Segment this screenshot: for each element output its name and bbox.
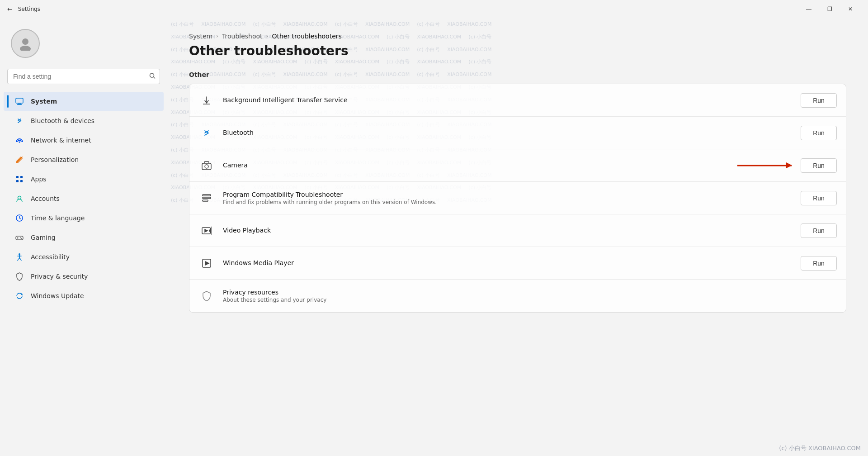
svg-rect-15 [16,236,23,240]
sidebar-label-bluetooth: Bluetooth & devices [31,117,155,124]
page-title: Other troubleshooters [189,43,846,58]
sidebar-item-accounts[interactable]: Accounts [4,189,164,208]
item-name-bits: Background Intelligent Transfer Service [223,96,793,104]
breadcrumb-current: Other troubleshooters [272,33,341,40]
sidebar-label-update: Windows Update [31,292,155,299]
sidebar-label-accessibility: Accessibility [31,253,155,261]
sidebar-item-system[interactable]: System [4,92,164,111]
accessibility-icon [14,252,24,262]
breadcrumb-troubleshoot[interactable]: Troubleshoot [222,33,263,40]
item-icon-bits [198,92,215,109]
troubleshooter-item-windows-media: Windows Media Player Run [189,247,846,280]
troubleshooter-item-bits: Background Intelligent Transfer Service … [189,84,846,117]
item-text-windows-media: Windows Media Player [223,259,793,267]
sidebar-label-personalization: Personalization [31,156,155,163]
maximize-button[interactable]: ❐ [819,2,840,16]
section-label: Other [189,71,846,78]
close-button[interactable]: ✕ [840,2,861,16]
item-text-program-compat: Program Compatibility Troubleshooter Fin… [223,191,793,205]
sidebar-label-accounts: Accounts [31,195,155,202]
apps-icon [14,174,24,184]
sidebar-label-time: Time & language [31,214,155,222]
window-title: Settings [18,6,40,12]
navigation: System Bluetooth & devices Network & int… [0,91,167,306]
item-name-windows-media: Windows Media Player [223,259,793,266]
titlebar: ← Settings — ❐ ✕ [0,0,868,18]
sidebar-item-apps[interactable]: Apps [4,170,164,189]
minimize-button[interactable]: — [798,2,819,16]
svg-rect-12 [20,180,23,182]
svg-point-0 [22,38,28,45]
troubleshooter-item-video-playback: Video Playback Run [189,214,846,247]
item-name-video-playback: Video Playback [223,227,793,234]
svg-rect-9 [16,176,19,178]
item-name-bluetooth: Bluetooth [223,129,793,136]
item-icon-bluetooth [198,125,215,141]
svg-rect-4 [16,98,23,103]
troubleshooter-item-privacy-resources: Privacy resources About these settings a… [189,280,846,312]
item-name-camera: Camera [223,162,793,169]
arrow-annotation [737,165,792,166]
sidebar-item-update[interactable]: Windows Update [4,286,164,305]
sidebar-item-personalization[interactable]: Personalization [4,150,164,169]
item-text-video-playback: Video Playback [223,227,793,235]
item-name-program-compat: Program Compatibility Troubleshooter [223,191,793,198]
item-text-privacy-resources: Privacy resources About these settings a… [223,289,837,303]
sidebar-label-gaming: Gaming [31,234,155,241]
item-text-bits: Background Intelligent Transfer Service [223,96,793,104]
sidebar-item-network[interactable]: Network & internet [4,131,164,150]
sidebar-label-system: System [31,98,155,105]
run-button-program-compat[interactable]: Run [801,191,837,205]
svg-marker-30 [205,229,208,232]
sidebar-item-time[interactable]: Time & language [4,209,164,228]
svg-point-19 [21,238,22,239]
svg-point-7 [19,142,20,143]
gaming-icon [14,233,24,242]
run-button-bluetooth[interactable]: Run [801,126,837,140]
run-button-bits[interactable]: Run [801,93,837,108]
svg-rect-26 [203,197,211,199]
item-icon-windows-media [198,255,215,271]
sidebar-label-apps: Apps [31,176,155,183]
network-icon [14,135,24,145]
item-text-camera: Camera [223,162,793,170]
run-button-windows-media[interactable]: Run [801,256,837,271]
item-desc-privacy-resources: About these settings and your privacy [223,297,837,303]
sidebar-item-privacy[interactable]: Privacy & security [4,267,164,286]
search-box [7,69,160,84]
troubleshooter-item-camera: Camera Run [189,149,846,182]
sidebar-item-gaming[interactable]: Gaming [4,228,164,247]
item-icon-camera [198,157,215,174]
svg-rect-11 [16,180,19,182]
sidebar: System Bluetooth & devices Network & int… [0,18,167,456]
system-icon [14,96,24,106]
item-icon-program-compat [198,190,215,206]
svg-rect-25 [203,195,211,196]
troubleshooter-item-bluetooth: Bluetooth Run [189,117,846,149]
svg-point-24 [205,165,208,168]
avatar[interactable] [11,29,40,58]
content-area: System › Troubleshoot › Other troublesho… [167,18,868,456]
item-desc-program-compat: Find and fix problems with running older… [223,199,793,205]
sidebar-item-accessibility[interactable]: Accessibility [4,247,164,266]
item-text-bluetooth: Bluetooth [223,129,793,137]
back-icon[interactable]: ← [7,5,13,13]
troubleshooter-item-program-compat: Program Compatibility Troubleshooter Fin… [189,182,846,214]
run-button-video-playback[interactable]: Run [801,223,837,238]
search-icon [149,73,156,81]
update-icon [14,291,24,301]
accounts-icon [14,194,24,204]
sidebar-label-privacy: Privacy & security [31,273,155,280]
privacy-icon [14,271,24,281]
avatar-section [0,22,167,65]
svg-rect-10 [20,176,23,178]
sidebar-label-network: Network & internet [31,137,155,144]
troubleshooter-list: Background Intelligent Transfer Service … [189,84,846,313]
breadcrumb-system[interactable]: System [189,33,212,40]
sidebar-item-bluetooth[interactable]: Bluetooth & devices [4,111,164,130]
bluetooth-icon [14,116,24,126]
svg-point-18 [20,238,21,238]
run-button-camera[interactable]: Run [801,158,837,173]
svg-rect-27 [203,200,208,201]
search-input[interactable] [7,69,160,84]
